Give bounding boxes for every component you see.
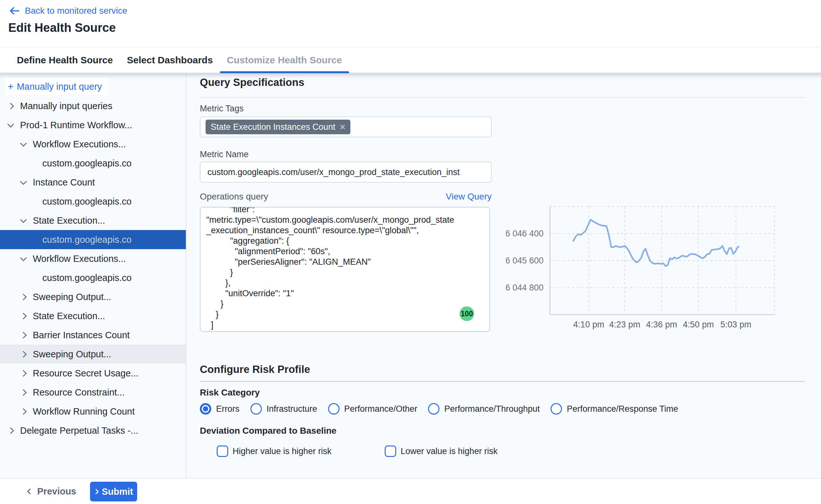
radio-icon[interactable]: [250, 403, 262, 415]
radio-performance-response-time[interactable]: Performance/Response Time: [551, 403, 678, 415]
tab-define-health-source[interactable]: Define Health Source: [10, 47, 120, 73]
svg-text:4:23 pm: 4:23 pm: [609, 320, 640, 329]
tab-customize-health-source[interactable]: Customize Health Source: [220, 47, 349, 73]
edit-health-source-page: Back to monitored service Edit Health So…: [0, 0, 821, 504]
chevron-down-icon[interactable]: [20, 178, 27, 185]
metric-tag-chip-label: State Execution Instances Count: [211, 122, 335, 132]
metric-name-input[interactable]: [200, 162, 492, 183]
chevron-down-icon[interactable]: [20, 216, 27, 223]
radio-performance-throughput[interactable]: Performance/Throughput: [428, 403, 540, 415]
svg-text:36 044 800: 36 044 800: [506, 283, 544, 292]
radio-label: Errors: [216, 404, 240, 414]
checkbox-lower-value-is-higher-risk[interactable]: Lower value is higher risk: [385, 445, 498, 458]
add-manual-query-button[interactable]: + Manually input query: [5, 78, 108, 95]
radio-label: Performance/Other: [344, 404, 418, 414]
section-divider-2: [200, 381, 805, 382]
chevron-right-icon[interactable]: [20, 370, 27, 376]
section-divider: [200, 97, 805, 98]
radio-icon[interactable]: [328, 403, 340, 415]
chevron-right-icon[interactable]: [20, 389, 27, 395]
tree-item-custom-googleapis-co[interactable]: custom.googleapis.co: [0, 154, 186, 173]
tree-item-label: custom.googleapis.co: [42, 235, 132, 245]
chevron-right-icon[interactable]: [20, 312, 27, 319]
tree-item-resource-constraint[interactable]: Resource Constraint...: [0, 383, 186, 402]
metric-tags-label: Metric Tags: [200, 104, 244, 114]
tree-item-label: Sweeping Output...: [33, 292, 111, 302]
tree-item-barrier-instances-count[interactable]: Barrier Instances Count: [0, 325, 186, 345]
tree-item-label: Barrier Instances Count: [33, 330, 130, 340]
chevron-right-icon[interactable]: [20, 332, 27, 338]
chevron-right-icon[interactable]: [20, 351, 27, 357]
tree-item-resource-secret-usage[interactable]: Resource Secret Usage...: [0, 364, 186, 383]
radio-errors[interactable]: Errors: [200, 403, 240, 415]
tree-item-state-execution[interactable]: State Execution...: [0, 306, 186, 325]
submit-button[interactable]: Submit: [90, 482, 137, 501]
risk-category-options: ErrorsInfrastructurePerformance/OtherPer…: [200, 403, 678, 415]
add-manual-query-label: Manually input query: [17, 81, 102, 92]
tree-item-state-execution[interactable]: State Execution...: [0, 211, 186, 230]
tree-item-label: Sweeping Output...: [33, 349, 111, 360]
radio-label: Performance/Throughput: [444, 404, 540, 414]
chevron-right-icon[interactable]: [20, 293, 27, 300]
tree-item-custom-googleapis-co[interactable]: custom.googleapis.co: [0, 230, 186, 249]
svg-text:4:36 pm: 4:36 pm: [646, 320, 677, 329]
chevron-right-icon[interactable]: [20, 408, 27, 415]
query-specifications-title: Query Specifications: [200, 76, 304, 88]
back-to-monitored-service-link[interactable]: Back to monitored service: [9, 6, 127, 16]
chevron-right-icon: [93, 489, 99, 494]
chevron-down-icon[interactable]: [20, 140, 27, 146]
tree-item-custom-googleapis-co[interactable]: custom.googleapis.co: [0, 268, 186, 287]
top-header: Back to monitored service Edit Health So…: [0, 0, 821, 47]
svg-text:36 046 400: 36 046 400: [506, 229, 544, 238]
operations-query-label: Operations query: [200, 192, 268, 202]
radio-infrastructure[interactable]: Infrastructure: [250, 403, 317, 415]
metric-tree: Manually input queriesProd-1 Runtime Wor…: [0, 96, 186, 440]
tree-item-custom-googleapis-co[interactable]: custom.googleapis.co: [0, 192, 186, 211]
operations-query-editor[interactable]: "filter": "metric.type=\"custom.googleap…: [200, 207, 490, 332]
tree-item-label: Delegate Perpetual Tasks -...: [20, 425, 138, 436]
tab-select-dashboards[interactable]: Select Dashboards: [120, 47, 220, 73]
tree-item-label: Workflow Running Count: [33, 406, 135, 417]
operations-query-code: "filter": "metric.type=\"custom.googleap…: [206, 207, 484, 332]
checkbox-label: Higher value is higher risk: [233, 446, 332, 456]
radio-label: Infrastructure: [267, 404, 317, 414]
metric-tags-input[interactable]: State Execution Instances Count ×: [200, 116, 492, 137]
view-query-link[interactable]: View Query: [446, 192, 492, 202]
radio-icon[interactable]: [551, 403, 562, 415]
radio-selected-icon[interactable]: [200, 403, 211, 415]
checkbox-icon[interactable]: [217, 445, 228, 457]
tree-item-sweeping-output[interactable]: Sweeping Output...: [0, 345, 186, 364]
tree-item-workflow-running-count[interactable]: Workflow Running Count: [0, 402, 186, 421]
previous-button-label: Previous: [37, 486, 76, 497]
tree-item-label: State Execution...: [33, 311, 105, 321]
radio-label: Performance/Response Time: [567, 404, 678, 414]
main-panel: Query Specifications Metric Tags State E…: [186, 73, 821, 478]
metric-tag-chip: State Execution Instances Count ×: [206, 120, 350, 134]
tree-item-label: Resource Constraint...: [33, 387, 125, 398]
radio-performance-other[interactable]: Performance/Other: [328, 403, 418, 415]
tree-item-sweeping-output[interactable]: Sweeping Output...: [0, 287, 186, 306]
tree-item-workflow-executions[interactable]: Workflow Executions...: [0, 135, 186, 154]
tree-item-workflow-executions[interactable]: Workflow Executions...: [0, 249, 186, 268]
query-score-badge: 100: [460, 306, 474, 321]
remove-tag-icon[interactable]: ×: [340, 122, 346, 132]
back-link-label: Back to monitored service: [25, 6, 127, 16]
tree-item-prod-1-runtime-workflow[interactable]: Prod-1 Runtime Workflow...: [0, 115, 186, 135]
tree-item-delegate-perpetual-tasks[interactable]: Delegate Perpetual Tasks -...: [0, 421, 186, 440]
risk-category-label: Risk Category: [200, 388, 260, 398]
tree-item-label: Workflow Executions...: [33, 254, 126, 264]
deviation-label: Deviation Compared to Baseline: [200, 426, 336, 436]
checkbox-higher-value-is-higher-risk[interactable]: Higher value is higher risk: [217, 445, 332, 458]
page-title: Edit Health Source: [8, 21, 116, 35]
tree-item-manually-input-queries[interactable]: Manually input queries: [0, 96, 186, 115]
tree-item-instance-count[interactable]: Instance Count: [0, 173, 186, 192]
chevron-right-icon[interactable]: [7, 427, 14, 434]
radio-icon[interactable]: [428, 403, 439, 415]
chevron-down-icon[interactable]: [7, 121, 14, 127]
tree-item-label: State Execution...: [33, 215, 105, 226]
previous-button[interactable]: Previous: [28, 479, 76, 504]
chevron-right-icon[interactable]: [7, 102, 14, 109]
checkbox-icon[interactable]: [385, 445, 396, 457]
metric-tree-sidebar: + Manually input query Manually input qu…: [0, 73, 186, 478]
chevron-down-icon[interactable]: [20, 254, 27, 261]
